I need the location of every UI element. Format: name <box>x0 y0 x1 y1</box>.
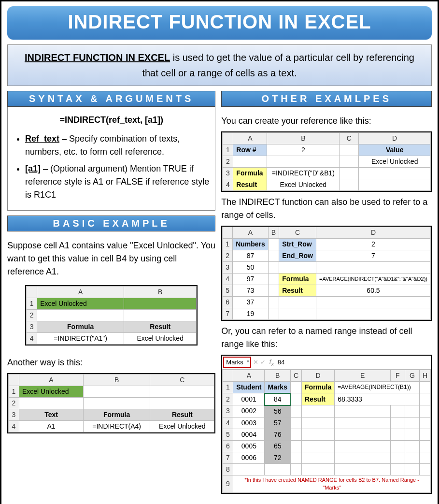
arg-name: Ref_text <box>25 134 59 144</box>
col-header: D <box>359 133 431 144</box>
cell: =AVERAGE(INDIRECT("A"&D1&":"&"A"&D2)) <box>316 274 430 285</box>
other-box: You can create your reference like this:… <box>221 107 432 502</box>
excel-table-basic-2: ABC 1Excel Unlocked 2 3TextFormulaResult… <box>7 373 215 433</box>
syntax-formula: =INDIRECT(ref_text, [a1]) <box>14 114 209 127</box>
cell: 97 <box>233 274 269 285</box>
cell: =INDIRECT("A1") <box>37 333 124 345</box>
cell: Result <box>302 393 335 405</box>
table: ABC 1Excel Unlocked 2 3TextFormulaResult… <box>8 374 214 432</box>
col-header: B <box>84 374 150 386</box>
argument-item: Ref_text – Specify combination of texts,… <box>25 132 209 158</box>
basic-header: BASIC EXAMPLE <box>7 216 215 231</box>
col-header: B <box>265 370 290 381</box>
basic-p1: Suppose cell A1 contains value "Excel Un… <box>7 239 215 278</box>
cell: 19 <box>233 308 269 320</box>
cell: Student <box>233 381 265 393</box>
cell: Numbers <box>233 239 269 250</box>
col-header: H <box>419 370 430 381</box>
cell: Excel Unlocked <box>359 156 431 168</box>
cell: Excel Unlocked <box>267 179 340 191</box>
col-header: D <box>316 227 430 239</box>
cell: 0004 <box>233 429 265 440</box>
col-header: A <box>233 227 269 239</box>
cell: Strt_Row <box>279 239 316 250</box>
col-header: B <box>124 287 197 298</box>
cell: Result <box>233 179 267 191</box>
col-header: C <box>150 374 214 386</box>
other-p1: You can create your reference like this: <box>221 115 432 128</box>
cell: Formula <box>279 274 316 285</box>
col-header: B <box>267 133 340 144</box>
cell: 76 <box>265 429 290 440</box>
col-header: A <box>37 287 124 298</box>
other-header: OTHER EXAMLPES <box>221 91 432 107</box>
named-range-note: *In this I have created NAMED RANGE for … <box>233 475 431 492</box>
table: A B C D E F G H 1StudentMarksFormula=AVE… <box>222 370 431 493</box>
cell: 57 <box>265 417 290 429</box>
arg-name: [a1] <box>25 164 41 173</box>
cell: Result <box>279 285 316 297</box>
cell: Excel Unlocked <box>124 333 197 345</box>
cell: Formula <box>37 321 124 333</box>
intro-lead: INDIRECT FUNCTION IN EXCEL <box>25 52 170 63</box>
cell: 84 <box>265 393 290 405</box>
cell: 7 <box>316 250 430 262</box>
cell: Result <box>150 409 214 421</box>
table: AB 1Excel Unlocked 2 3FormulaResult 4=IN… <box>26 286 197 345</box>
cell: Result <box>124 321 197 333</box>
cell: Value <box>359 144 431 156</box>
left-column: SYNTAX & ARGUMENTS =INDIRECT(ref_text, [… <box>7 91 215 502</box>
cell: 0005 <box>233 440 265 452</box>
cell: Excel Unlocked <box>37 298 124 310</box>
other-p2: The INDIRECT function can also be used t… <box>221 196 432 222</box>
page: INDIRECT FUNCTION IN EXCEL INDIRECT FUNC… <box>0 0 439 504</box>
cell: A1 <box>19 421 84 432</box>
cell: 2 <box>316 239 430 250</box>
cell: 72 <box>265 452 290 463</box>
cell: 0002 <box>233 405 265 418</box>
cell: 68.3333 <box>335 393 420 405</box>
fx-icon: fx <box>268 357 276 368</box>
cell: Text <box>19 409 84 421</box>
cell: 87 <box>233 250 269 262</box>
cell: 0001 <box>233 393 265 405</box>
excel-table-basic-1: AB 1Excel Unlocked 2 3FormulaResult 4=IN… <box>25 285 198 346</box>
cell: Excel Unlocked <box>150 421 214 432</box>
intro-box: INDIRECT FUNCTION IN EXCEL is used to ge… <box>7 44 432 86</box>
argument-list: Ref_text – Specify combination of texts,… <box>16 132 209 202</box>
cell: Formula <box>84 409 150 421</box>
argument-item: [a1] – (Optional argument) Mention TRUE … <box>25 162 209 202</box>
cell: 0003 <box>233 417 265 429</box>
right-column: OTHER EXAMLPES You can create your refer… <box>221 91 432 502</box>
excel-table-other-3: Marks ✕✓ fx 84 A B C D E F G <box>221 355 432 494</box>
basic-p2: Another way is this: <box>7 356 215 369</box>
col-header: C <box>279 227 316 239</box>
formula-bar-value: 84 <box>278 358 284 367</box>
col-header: A <box>233 370 265 381</box>
col-header: E <box>335 370 391 381</box>
col-header: C <box>290 370 301 381</box>
col-header: A <box>233 133 267 144</box>
col-header: B <box>268 227 279 239</box>
cell: Formula <box>233 168 267 179</box>
table: ABCD 1Row #2Value 2Excel Unlocked 3Formu… <box>222 132 431 191</box>
cell: 65 <box>265 440 290 452</box>
col-header: D <box>302 370 335 381</box>
cell: =INDIRECT("D"&B1) <box>267 168 340 179</box>
cell: Marks <box>265 381 290 393</box>
table: ABCD 1NumbersStrt_Row2 287End_Row7 350 4… <box>222 227 431 320</box>
name-box[interactable]: Marks <box>223 357 251 368</box>
cell: 37 <box>233 297 269 308</box>
cell: Row # <box>233 144 267 156</box>
cell: 50 <box>233 262 269 274</box>
cell: =AVERAGE(INDIRECT(B1)) <box>335 381 420 393</box>
cell: 0006 <box>233 452 265 463</box>
intro-text: is used to get the value of a particular… <box>142 52 414 78</box>
excel-table-other-1: ABCD 1Row #2Value 2Excel Unlocked 3Formu… <box>221 131 432 192</box>
excel-table-other-2: ABCD 1NumbersStrt_Row2 287End_Row7 350 4… <box>221 226 432 321</box>
syntax-box: =INDIRECT(ref_text, [a1]) Ref_text – Spe… <box>7 107 215 211</box>
cell: 60.5 <box>316 285 430 297</box>
cell: 56 <box>265 405 290 418</box>
cell: 2 <box>267 144 340 156</box>
arg-desc: – (Optional argument) Mention TRUE if re… <box>25 164 209 200</box>
